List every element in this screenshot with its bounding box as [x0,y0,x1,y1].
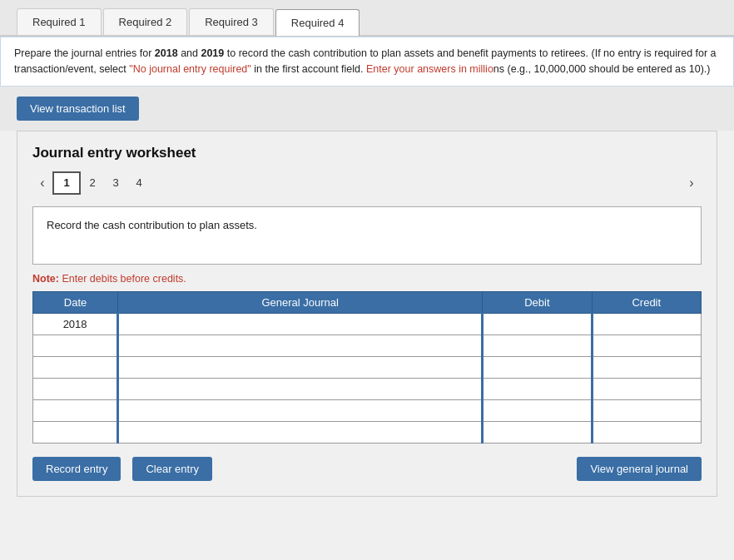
journal-input-2[interactable] [119,335,481,356]
note-label: Note: [32,273,59,285]
view-transaction-list-button[interactable]: View transaction list [17,97,139,121]
page-wrapper: Required 1 Required 2 Required 3 Require… [0,0,734,560]
tab-required4[interactable]: Required 4 [275,9,360,36]
journal-input-5[interactable] [119,400,481,421]
debit-cell-6[interactable] [483,421,592,443]
credit-input-3[interactable] [593,357,701,378]
debit-input-3[interactable] [484,357,590,378]
page-4-button[interactable]: 4 [127,171,151,195]
page-2-button[interactable]: 2 [81,171,104,195]
debit-cell-3[interactable] [483,356,592,378]
page-1-button[interactable]: 1 [52,171,81,195]
action-area: View transaction list [0,87,734,131]
prev-page-button[interactable]: ‹ [32,171,52,195]
journal-input-1[interactable] [119,314,481,335]
next-page-button[interactable]: › [682,171,702,195]
date-cell-5 [33,399,118,421]
journal-cell-2[interactable] [118,335,483,356]
credit-cell-3[interactable] [592,356,701,378]
header-debit: Debit [483,291,592,313]
header-general-journal: General Journal [118,291,483,313]
year-2019: 2019 [201,47,224,59]
table-row [33,378,702,399]
credit-cell-2[interactable] [592,335,701,356]
date-cell-6 [33,421,118,443]
debit-cell-2[interactable] [483,335,592,356]
table-row [33,399,702,421]
credit-cell-5[interactable] [592,399,701,421]
credit-cell-4[interactable] [592,378,701,399]
tab-required2[interactable]: Required 2 [103,8,188,35]
tab-required1[interactable]: Required 1 [17,8,102,35]
date-cell-3 [33,356,118,378]
note-content: Enter debits before credits. [62,273,186,285]
debit-cell-4[interactable] [483,378,592,399]
credit-input-6[interactable] [593,422,701,443]
worksheet-title: Journal entry worksheet [32,145,702,161]
date-cell-2 [33,335,118,356]
note-text: Note: Enter debits before credits. [32,273,702,285]
date-cell-4 [33,378,118,399]
table-row [33,356,702,378]
credit-cell-6[interactable] [592,421,701,443]
debit-input-1[interactable] [484,314,590,335]
credit-input-1[interactable] [593,314,701,335]
worksheet-container: Journal entry worksheet ‹ 1 2 3 4 › Reco… [17,131,717,497]
journal-cell-6[interactable] [118,421,483,443]
journal-cell-1[interactable] [118,313,483,335]
journal-input-6[interactable] [119,422,481,443]
description-box: Record the cash contribution to plan ass… [32,206,702,265]
year-2018: 2018 [155,47,178,59]
credit-input-4[interactable] [593,379,701,399]
table-row [33,421,702,443]
bottom-buttons: Record entry Clear entry View general jo… [32,457,702,481]
view-general-journal-button[interactable]: View general journal [577,457,702,481]
credit-input-5[interactable] [593,400,701,421]
journal-cell-5[interactable] [118,399,483,421]
tabs-bar: Required 1 Required 2 Required 3 Require… [0,0,734,37]
table-row: 2018 [33,313,702,335]
journal-cell-3[interactable] [118,356,483,378]
debit-cell-5[interactable] [483,399,592,421]
journal-table: Date General Journal Debit Credit 2018 [32,291,702,444]
table-row [33,335,702,356]
journal-input-4[interactable] [119,379,481,399]
debit-cell-1[interactable] [483,313,592,335]
debit-input-4[interactable] [484,379,590,399]
journal-cell-4[interactable] [118,378,483,399]
page-3-button[interactable]: 3 [104,171,127,195]
tab-required3[interactable]: Required 3 [189,8,274,35]
description-text: Record the cash contribution to plan ass… [47,219,257,231]
debit-input-5[interactable] [484,400,590,421]
date-cell-1: 2018 [33,313,118,335]
debit-input-2[interactable] [484,335,590,356]
table-header-row: Date General Journal Debit Credit [33,291,702,313]
enter-answers-text: Enter your answers in millio [366,63,493,75]
instructions-panel: Prepare the journal entries for 2018 and… [0,37,734,87]
credit-cell-1[interactable] [592,313,701,335]
pagination: ‹ 1 2 3 4 › [32,171,702,195]
clear-entry-button[interactable]: Clear entry [132,457,212,481]
credit-input-2[interactable] [593,335,701,356]
debit-input-6[interactable] [484,422,590,443]
header-credit: Credit [592,291,701,313]
record-entry-button[interactable]: Record entry [32,457,121,481]
header-date: Date [33,291,118,313]
journal-input-3[interactable] [119,357,481,378]
no-entry-text: "No journal entry required" [129,63,250,75]
